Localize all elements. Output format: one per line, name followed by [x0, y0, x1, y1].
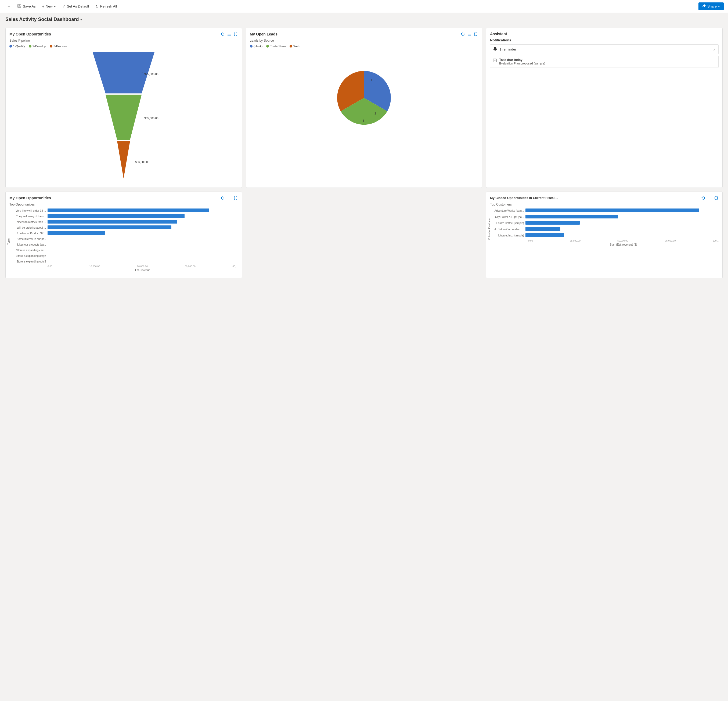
save-as-button[interactable]: Save As: [14, 3, 38, 10]
set-default-button[interactable]: ✓ Set As Default: [60, 3, 92, 10]
svg-rect-7: [468, 33, 471, 33]
cust-label-3: Fourth Coffee (sample): [494, 222, 524, 225]
cust-fill-2: [526, 215, 618, 218]
legend-web: Web: [290, 45, 299, 48]
legend-develop: 2-Develop: [29, 45, 46, 48]
bar-row-7: Likes our products (sa...: [14, 242, 238, 247]
cust-label-4: A. Datum Corporation (...: [494, 228, 524, 231]
bar-fill-4: [48, 225, 171, 229]
legend-blank-label: (blank): [254, 45, 263, 48]
x-tick-4: 40,...: [233, 265, 238, 267]
view-opp-button[interactable]: [227, 32, 231, 36]
closed-opportunities-header: My Closed Opportunities in Current Fisca…: [490, 196, 719, 201]
refresh-leads-button[interactable]: [461, 32, 465, 36]
bar-row-2: They sell many of the s...: [14, 214, 238, 218]
bar-label-3: Needs to restock their ...: [14, 221, 46, 224]
legend-qualify-label: 1-Qualify: [13, 45, 25, 48]
expand-leads-button[interactable]: [473, 32, 478, 36]
pie-label-web: 1: [363, 119, 364, 123]
cust-bar-row-2: City Power & Light (sa...: [494, 215, 719, 219]
bar-track-9: [48, 254, 238, 258]
save-as-icon: [17, 4, 22, 9]
legend-qualify-dot: [9, 45, 12, 48]
legend-propose-dot: [50, 45, 52, 48]
cust-bar-row-4: A. Datum Corporation (...: [494, 227, 719, 231]
legend-develop-dot: [29, 45, 32, 48]
back-button[interactable]: ←: [4, 3, 13, 10]
reminder-row-left: 1 reminder: [493, 47, 516, 52]
closed-y-axis-label: Potential Customer: [488, 217, 491, 240]
cust-fill-1: [526, 208, 699, 212]
cust-bar-row-3: Fourth Coffee (sample): [494, 221, 719, 225]
view-topopp-button[interactable]: [227, 196, 231, 201]
top-opportunities-card: My Open Opportunities Top Opportunities …: [5, 192, 242, 278]
svg-rect-5: [228, 35, 231, 35]
svg-rect-10: [493, 59, 497, 62]
closed-x-tick-4: 100...: [712, 239, 719, 242]
funnel-chart: $25,000.00 $55,000.00 $36,000.00: [9, 49, 238, 184]
svg-rect-15: [708, 198, 711, 198]
funnel-develop-segment: [105, 95, 142, 140]
svg-rect-9: [468, 35, 471, 35]
refresh-opp-button[interactable]: [220, 32, 225, 36]
top-opportunities-subtitle: Top Opportunities: [9, 202, 238, 206]
cust-fill-5: [526, 233, 564, 237]
expand-opp-button[interactable]: [233, 32, 238, 36]
cust-fill-3: [526, 221, 579, 225]
bar-track-4: [48, 225, 238, 230]
new-button[interactable]: + New ▾: [39, 3, 59, 10]
legend-blank-dot: [250, 45, 253, 48]
refresh-closed-button[interactable]: [701, 196, 706, 201]
x-tick-1: 10,000.00: [89, 265, 100, 267]
pie-chart: 1 1 1: [250, 49, 478, 146]
open-leads-legend: (blank) Trade Show Web: [250, 45, 478, 48]
bar-track-5: [48, 231, 238, 236]
new-plus-icon: +: [42, 4, 44, 9]
bar-label-4: Will be ordering about ...: [14, 226, 46, 229]
bar-label-10: Store is expanding opty3: [14, 260, 46, 263]
cust-track-4: [526, 227, 719, 231]
view-closed-button[interactable]: [707, 196, 712, 201]
dashboard: My Open Opportunities Sales Pipeline 1-Q…: [0, 25, 728, 284]
cust-track-3: [526, 221, 719, 225]
task-details: Task due today Evaluation Plan proposed …: [499, 58, 545, 65]
page-header: Sales Activity Social Dashboard ▾: [0, 13, 728, 25]
refresh-topopp-button[interactable]: [220, 196, 225, 201]
share-icon: [702, 4, 706, 9]
svg-rect-4: [228, 34, 231, 35]
topopp-x-axis-label: Est. revenue: [48, 269, 238, 272]
cust-label-2: City Power & Light (sa...: [494, 215, 524, 218]
bar-track-7: [48, 242, 238, 247]
open-leads-subtitle: Leads by Source: [250, 39, 478, 42]
expand-topopp-button[interactable]: [233, 196, 238, 201]
svg-rect-3: [228, 33, 231, 33]
legend-tradeshow-label: Trade Show: [270, 45, 286, 48]
legend-propose-label: 3-Propose: [53, 45, 67, 48]
x-tick-3: 30,000.00: [185, 265, 196, 267]
topopp-y-axis-label: Topic: [7, 238, 10, 244]
top-opportunities-chart: Topic Very likely will order 18 ... They…: [9, 208, 238, 274]
share-button[interactable]: Share ▾: [698, 3, 724, 10]
closed-x-axis-label: Sum (Est. revenue) ($): [528, 243, 719, 246]
svg-rect-1: [19, 4, 20, 6]
back-icon: ←: [7, 4, 11, 9]
funnel-label-1: $25,000.00: [144, 72, 159, 76]
toolbar: ← Save As + New ▾ ✓ Set As Default ↻ Ref…: [0, 0, 728, 13]
expand-closed-button[interactable]: [714, 196, 719, 201]
checkmark-icon: ✓: [62, 4, 65, 9]
view-leads-button[interactable]: [467, 32, 472, 36]
cust-track-2: [526, 215, 719, 219]
bar-row-9: Store is expanding opty2: [14, 254, 238, 258]
funnel-propose-segment: [117, 141, 130, 178]
top-opportunities-title: My Open Opportunities: [9, 196, 51, 200]
reminder-count: 1 reminder: [500, 47, 516, 51]
cust-bar-row-1: Adventure Works (sam...: [494, 208, 719, 213]
legend-web-label: Web: [293, 45, 299, 48]
page-title-caret-icon[interactable]: ▾: [80, 18, 82, 22]
bar-track-2: [48, 214, 238, 218]
bar-track-10: [48, 259, 238, 264]
new-label: New: [46, 4, 53, 8]
refresh-all-button[interactable]: ↻ Refresh All: [93, 3, 120, 10]
cust-bar-row-5: Litware, Inc. (sample): [494, 233, 719, 237]
reminder-row[interactable]: 1 reminder ∧: [490, 44, 719, 54]
